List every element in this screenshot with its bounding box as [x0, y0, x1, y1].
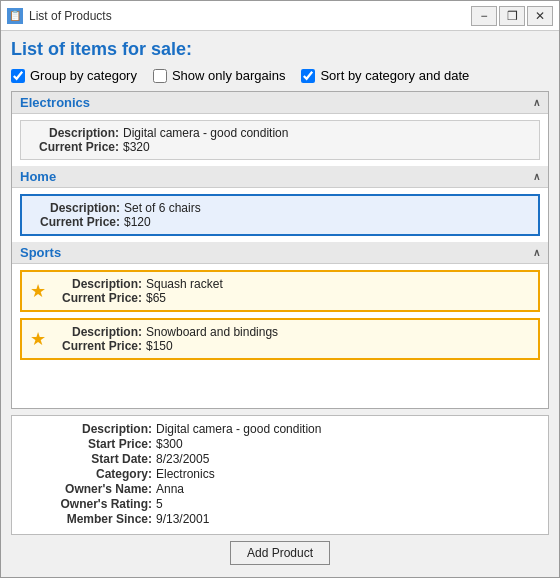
product-description-row-3: Description: Squash racket — [52, 277, 223, 291]
detail-category-value: Electronics — [156, 467, 215, 481]
product-details-squash: Description: Squash racket Current Price… — [52, 277, 223, 305]
description-value-2: Set of 6 chairs — [124, 201, 201, 215]
product-description-row-2: Description: Set of 6 chairs — [30, 201, 530, 215]
restore-button[interactable]: ❒ — [499, 6, 525, 26]
product-description-row-4: Description: Snowboard and bindings — [52, 325, 278, 339]
price-value-1: $320 — [123, 140, 150, 154]
price-label-2: Current Price: — [30, 215, 120, 229]
category-name-electronics: Electronics — [20, 95, 90, 110]
minimize-button[interactable]: − — [471, 6, 497, 26]
close-button[interactable]: ✕ — [527, 6, 553, 26]
sort-by-checkbox-label[interactable]: Sort by category and date — [301, 68, 469, 83]
star-icon-snowboard: ★ — [30, 328, 46, 350]
product-item-digital-camera[interactable]: Description: Digital camera - good condi… — [20, 120, 540, 160]
price-value-3: $65 — [146, 291, 166, 305]
description-label-2: Description: — [30, 201, 120, 215]
product-price-row: Current Price: $320 — [29, 140, 531, 154]
show-only-bargains-checkbox[interactable] — [153, 69, 167, 83]
detail-member-since-label: Member Since: — [52, 512, 152, 526]
product-price-row-2: Current Price: $120 — [30, 215, 530, 229]
detail-category-row: Category: Electronics — [52, 467, 508, 481]
detail-start-date-row: Start Date: 8/23/2005 — [52, 452, 508, 466]
page-heading: List of items for sale: — [11, 39, 549, 60]
detail-start-price-value: $300 — [156, 437, 183, 451]
product-item-snowboard[interactable]: ★ Description: Snowboard and bindings Cu… — [20, 318, 540, 360]
category-header-home[interactable]: Home ∧ — [12, 166, 548, 188]
sort-by-label: Sort by category and date — [320, 68, 469, 83]
detail-owners-name-value: Anna — [156, 482, 184, 496]
window-icon: 📋 — [7, 8, 23, 24]
sort-by-checkbox[interactable] — [301, 69, 315, 83]
category-header-sports[interactable]: Sports ∧ — [12, 242, 548, 264]
price-value-2: $120 — [124, 215, 151, 229]
description-value-4: Snowboard and bindings — [146, 325, 278, 339]
window-content: List of items for sale: Group by categor… — [1, 31, 559, 577]
price-value-4: $150 — [146, 339, 173, 353]
main-window: 📋 List of Products − ❒ ✕ List of items f… — [0, 0, 560, 578]
chevron-up-icon-sports: ∧ — [533, 247, 540, 258]
star-icon-squash: ★ — [30, 280, 46, 302]
chevron-up-icon-home: ∧ — [533, 171, 540, 182]
product-with-star-snowboard: ★ Description: Snowboard and bindings Cu… — [30, 325, 530, 353]
group-by-category-checkbox[interactable] — [11, 69, 25, 83]
group-by-category-label: Group by category — [30, 68, 137, 83]
description-label-3: Description: — [52, 277, 142, 291]
product-item-squash[interactable]: ★ Description: Squash racket Current Pri… — [20, 270, 540, 312]
group-by-category-checkbox-label[interactable]: Group by category — [11, 68, 137, 83]
detail-owners-rating-value: 5 — [156, 497, 163, 511]
price-label-4: Current Price: — [52, 339, 142, 353]
detail-owners-rating-label: Owner's Rating: — [52, 497, 152, 511]
detail-start-price-label: Start Price: — [52, 437, 152, 451]
detail-description-row: Description: Digital camera - good condi… — [52, 422, 508, 436]
detail-description-value: Digital camera - good condition — [156, 422, 321, 436]
detail-description-label: Description: — [52, 422, 152, 436]
price-label-3: Current Price: — [52, 291, 142, 305]
product-list-panel[interactable]: Electronics ∧ Description: Digital camer… — [11, 91, 549, 409]
window-title: List of Products — [29, 9, 471, 23]
add-product-button[interactable]: Add Product — [230, 541, 330, 565]
detail-category-label: Category: — [52, 467, 152, 481]
detail-member-since-row: Member Since: 9/13/2001 — [52, 512, 508, 526]
product-details-snowboard: Description: Snowboard and bindings Curr… — [52, 325, 278, 353]
description-value-3: Squash racket — [146, 277, 223, 291]
window-icon-symbol: 📋 — [9, 10, 21, 21]
detail-owners-rating-row: Owner's Rating: 5 — [52, 497, 508, 511]
chevron-up-icon-electronics: ∧ — [533, 97, 540, 108]
window-controls: − ❒ ✕ — [471, 6, 553, 26]
product-item-chairs[interactable]: Description: Set of 6 chairs Current Pri… — [20, 194, 540, 236]
detail-start-date-label: Start Date: — [52, 452, 152, 466]
description-label-4: Description: — [52, 325, 142, 339]
description-value-1: Digital camera - good condition — [123, 126, 288, 140]
detail-owners-name-label: Owner's Name: — [52, 482, 152, 496]
product-with-star-squash: ★ Description: Squash racket Current Pri… — [30, 277, 530, 305]
bottom-bar: Add Product — [11, 535, 549, 569]
detail-owners-name-row: Owner's Name: Anna — [52, 482, 508, 496]
show-only-bargains-label: Show only bargains — [172, 68, 285, 83]
title-bar: 📋 List of Products − ❒ ✕ — [1, 1, 559, 31]
price-label-1: Current Price: — [29, 140, 119, 154]
product-price-row-4: Current Price: $150 — [52, 339, 278, 353]
detail-panel: Description: Digital camera - good condi… — [11, 415, 549, 535]
show-only-bargains-checkbox-label[interactable]: Show only bargains — [153, 68, 285, 83]
product-price-row-3: Current Price: $65 — [52, 291, 223, 305]
detail-start-date-value: 8/23/2005 — [156, 452, 209, 466]
description-label-1: Description: — [29, 126, 119, 140]
category-name-sports: Sports — [20, 245, 61, 260]
detail-start-price-row: Start Price: $300 — [52, 437, 508, 451]
toolbar: Group by category Show only bargains Sor… — [11, 68, 549, 83]
detail-member-since-value: 9/13/2001 — [156, 512, 209, 526]
product-description-row: Description: Digital camera - good condi… — [29, 126, 531, 140]
category-header-electronics[interactable]: Electronics ∧ — [12, 92, 548, 114]
category-name-home: Home — [20, 169, 56, 184]
